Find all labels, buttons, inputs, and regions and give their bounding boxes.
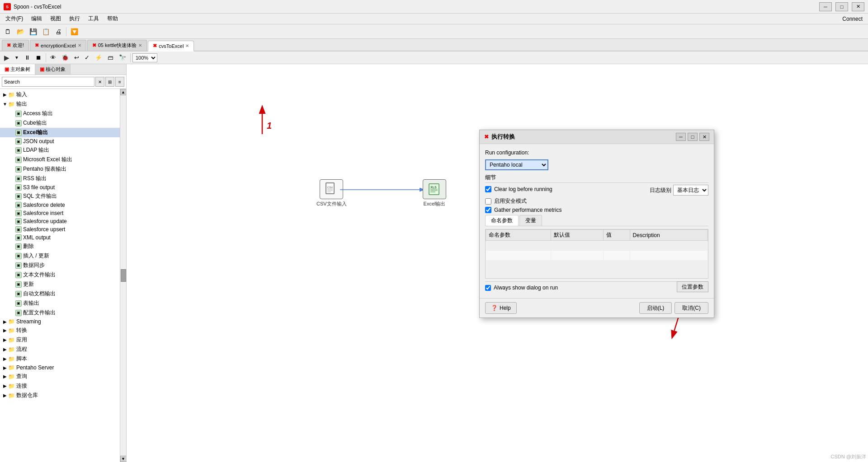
help-button[interactable]: ❓ Help xyxy=(485,302,517,314)
sidebar-tree-item[interactable]: ▶📁连接 xyxy=(0,381,120,391)
sidebar-tree-item[interactable]: ▣RSS 输出 xyxy=(0,174,120,183)
tab-welcome[interactable]: ✖ 欢迎! xyxy=(2,40,29,51)
tab-encryption-close[interactable]: ✕ xyxy=(78,43,81,48)
node-excel-output[interactable]: XLS Excel输出 xyxy=(423,179,446,207)
sidebar-tree-item[interactable]: ▶📁Streaming xyxy=(0,317,120,326)
dialog-minimize[interactable]: ─ xyxy=(676,133,686,141)
tab-kettle-close[interactable]: ✕ xyxy=(138,43,142,48)
tab-variables[interactable]: 变量 xyxy=(519,215,542,226)
sidebar-tree-item[interactable]: ▶📁应用 xyxy=(0,335,120,345)
tree-toggle-icon[interactable]: ▶ xyxy=(2,373,8,380)
tree-toggle-icon[interactable]: ▶ xyxy=(2,318,8,325)
search-input[interactable] xyxy=(2,77,94,87)
node-csv-input[interactable]: CSV CSV文件输入 xyxy=(316,179,347,207)
sidebar-tree-item[interactable]: ▣文本文件输出 xyxy=(0,270,120,280)
sidebar-tree-item[interactable]: ▣Excel输出 xyxy=(0,128,120,137)
replay-button[interactable]: ↩ xyxy=(72,53,81,63)
stop-button[interactable]: ⏹ xyxy=(33,53,44,63)
set-param-button[interactable]: 位置参数 xyxy=(677,281,708,292)
scroll-up-btn[interactable]: ▲ xyxy=(120,89,127,95)
sidebar-tree-item[interactable]: ▶📁转换 xyxy=(0,326,120,335)
sidebar-tree-item[interactable]: ▣更新 xyxy=(0,280,120,289)
explore-button[interactable]: 🔭 xyxy=(117,53,128,63)
toolbar-extra[interactable]: 🔽 xyxy=(68,26,80,37)
menu-tools[interactable]: 工具 xyxy=(85,14,103,23)
close-button[interactable]: ✕ xyxy=(852,2,864,11)
sidebar-tab-core[interactable]: ▣ 核心对象 xyxy=(35,64,71,75)
sidebar-tree-item[interactable]: ▣Pentaho 报表输出 xyxy=(0,164,120,174)
sidebar-tree-item[interactable]: ▣S3 file output xyxy=(0,183,120,191)
minimize-button[interactable]: ─ xyxy=(819,2,832,11)
tree-toggle-icon[interactable]: ▶ xyxy=(2,383,8,389)
sidebar-tree-item[interactable]: ▣Salesforce upsert xyxy=(0,225,120,233)
toolbar-print[interactable]: 🖨 xyxy=(52,26,64,37)
tree-toggle-icon[interactable]: ▶ xyxy=(2,356,8,362)
sidebar-tree-item[interactable]: ▣Access 输出 xyxy=(0,109,120,118)
sidebar-tree-item[interactable]: ▣Microsoft Excel 输出 xyxy=(0,155,120,164)
menu-help[interactable]: 帮助 xyxy=(104,14,122,23)
node-csv-box[interactable]: CSV xyxy=(320,179,343,199)
sidebar-tree-item[interactable]: ▶📁查询 xyxy=(0,372,120,381)
tree-toggle-icon[interactable]: ▶ xyxy=(2,364,8,371)
toolbar-saveas[interactable]: 📋 xyxy=(40,26,52,37)
sidebar-tree-item[interactable]: ▣Salesforce update xyxy=(0,217,120,225)
toolbar-new[interactable]: 🗒 xyxy=(2,26,14,37)
node-excel-box[interactable]: XLS xyxy=(423,179,446,199)
menu-edit[interactable]: 编辑 xyxy=(28,14,46,23)
tree-toggle-icon[interactable]: ▼ xyxy=(2,101,8,107)
sidebar-tree-item[interactable]: ▣配置文件输出 xyxy=(0,308,120,317)
sidebar-tree-item[interactable]: ▶📁脚本 xyxy=(0,354,120,364)
verify-button[interactable]: ✓ xyxy=(82,53,92,63)
gather-perf-checkbox[interactable] xyxy=(485,207,491,213)
always-show-checkbox[interactable] xyxy=(485,285,491,291)
sidebar-tree-item[interactable]: ▣LDAP 输出 xyxy=(0,145,120,155)
sidebar-tree-item[interactable]: ▣插入 / 更新 xyxy=(0,251,120,261)
sidebar-tree-item[interactable]: ▣SQL 文件输出 xyxy=(0,191,120,201)
sidebar-tree-item[interactable]: ▣数据同步 xyxy=(0,261,120,270)
sidebar-tree-item[interactable]: ▶📁输入 xyxy=(0,90,120,99)
tab-cvs-close[interactable]: ✕ xyxy=(185,43,189,48)
debug-button[interactable]: 🐞 xyxy=(59,53,71,63)
dialog-maximize[interactable]: □ xyxy=(688,133,698,141)
sidebar-tree-item[interactable]: ▼📁输出 xyxy=(0,99,120,109)
scroll-down-btn[interactable]: ▼ xyxy=(120,456,127,462)
tab-encryption[interactable]: ✖ encryptionExcel ✕ xyxy=(30,40,86,51)
menu-view[interactable]: 视图 xyxy=(47,14,65,23)
menu-run[interactable]: 执行 xyxy=(66,14,84,23)
search-options-button[interactable]: ⊞ xyxy=(105,77,114,87)
sidebar-tree-item[interactable]: ▣表输出 xyxy=(0,299,120,308)
search-collapse-button[interactable]: ≡ xyxy=(115,77,124,87)
run-button[interactable]: ▶ xyxy=(2,53,11,63)
run-dropdown[interactable]: ▼ xyxy=(12,53,21,63)
pause-button[interactable]: ⏸ xyxy=(22,53,33,63)
sidebar-tree-item[interactable]: ▣JSON output xyxy=(0,137,120,145)
sql-button[interactable]: 🗃 xyxy=(105,53,116,63)
tab-kettle[interactable]: ✖ 05 kettle快速体验 ✕ xyxy=(87,40,147,51)
sidebar-tree-item[interactable]: ▶📁Pentaho Server xyxy=(0,364,120,372)
sidebar-tree-item[interactable]: ▶📁流程 xyxy=(0,345,120,354)
sidebar-tree-item[interactable]: ▣Salesforce insert xyxy=(0,209,120,217)
scroll-thumb[interactable] xyxy=(121,269,126,282)
run-config-select[interactable]: Pentaho local xyxy=(485,159,548,170)
tab-named-params[interactable]: 命名参数 xyxy=(485,215,519,226)
tree-toggle-icon[interactable]: ▶ xyxy=(2,327,8,334)
tab-cvs[interactable]: ✖ cvsToExcel ✕ xyxy=(148,41,194,51)
sidebar-tree-item[interactable]: ▣XML output xyxy=(0,233,120,242)
sidebar-tree-item[interactable]: ▶📁数据仓库 xyxy=(0,391,120,400)
tree-toggle-icon[interactable]: ▶ xyxy=(2,346,8,353)
clear-log-checkbox[interactable] xyxy=(485,186,491,192)
zoom-select[interactable]: 100% 75% 125% 150% xyxy=(132,53,157,62)
preview-button[interactable]: 👁 xyxy=(48,53,58,63)
toolbar-save[interactable]: 💾 xyxy=(27,26,39,37)
tree-toggle-icon[interactable]: ▶ xyxy=(2,337,8,343)
tree-toggle-icon[interactable]: ▶ xyxy=(2,392,8,399)
sidebar-scrollbar[interactable]: ▲ ▼ xyxy=(120,89,126,462)
sidebar-tree-item[interactable]: ▣Cube输出 xyxy=(0,118,120,128)
maximize-button[interactable]: □ xyxy=(835,2,848,11)
sidebar-tree-item[interactable]: ▣自动文档输出 xyxy=(0,289,120,299)
tree-toggle-icon[interactable]: ▶ xyxy=(2,92,8,98)
search-clear-button[interactable]: ✕ xyxy=(95,77,104,87)
toolbar-open[interactable]: 📂 xyxy=(14,26,26,37)
menu-file[interactable]: 文件(F) xyxy=(2,14,27,23)
sidebar-tree-item[interactable]: ▣删除 xyxy=(0,242,120,251)
